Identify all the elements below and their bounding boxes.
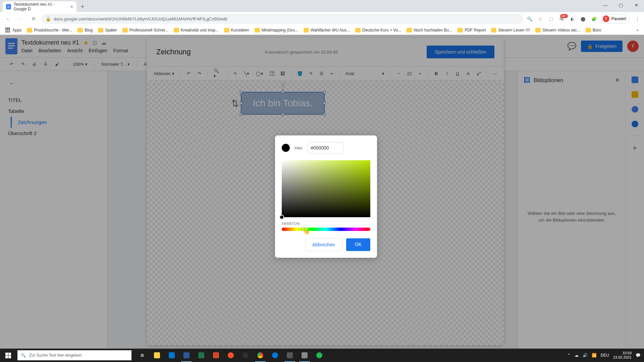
hue-thumb[interactable] <box>302 227 307 232</box>
docs-favicon: ≡ <box>6 4 11 9</box>
hex-input[interactable] <box>307 142 344 154</box>
maximize-button[interactable]: ▢ <box>613 0 629 10</box>
lock-icon: 🔒 <box>46 16 51 21</box>
bookmark-item[interactable]: Mindmapping (Gru... <box>253 26 300 34</box>
tray-clock[interactable]: 10:59 23.02.2021 <box>613 351 632 360</box>
app-icon[interactable] <box>164 349 179 362</box>
notifications-icon[interactable]: 💬 <box>636 353 641 358</box>
bookmark-item[interactable]: Kursideen <box>222 26 251 34</box>
bookmark-item[interactable]: Professionell Schrei... <box>120 26 170 34</box>
saturation-picker[interactable] <box>282 160 370 217</box>
bookmark-item[interactable]: Noch hochladen Bu... <box>405 26 454 34</box>
color-swatch <box>282 144 290 152</box>
bookmark-item[interactable]: Steuern Lesen !!!! <box>489 26 532 34</box>
cancel-button[interactable]: Abbrechen <box>305 238 342 251</box>
edge-icon[interactable] <box>268 349 282 362</box>
close-window-button[interactable]: ✕ <box>629 0 644 10</box>
forward-button[interactable]: → <box>16 14 25 23</box>
spotify-icon[interactable] <box>312 349 327 362</box>
bookmark-item[interactable]: Wahlfächer WU Aus... <box>302 26 352 34</box>
close-tab-icon[interactable]: × <box>70 4 73 9</box>
chrome-icon[interactable] <box>253 349 268 362</box>
app-icon[interactable] <box>282 349 297 362</box>
tab-title: Textdokument neu #1 - Google D <box>14 2 68 11</box>
bookmark-item[interactable]: Steuern Videos wic... <box>533 26 582 34</box>
wifi-icon[interactable]: 📶 <box>592 353 597 358</box>
keyboard-lang[interactable]: DEU <box>601 353 609 358</box>
obs-icon[interactable] <box>238 349 253 362</box>
bookmark-item[interactable]: Blog <box>75 26 95 34</box>
apps-button[interactable]: Apps <box>3 26 23 34</box>
bookmark-item[interactable]: Produktsuche - Mer... <box>25 26 74 34</box>
zoom-icon[interactable]: 🔍 <box>526 15 533 22</box>
windows-taskbar: 🔍 Zur Suche Text hier eingeben ⊞ ⌃ ☁ 🔊 📶… <box>0 349 644 362</box>
app-icon[interactable] <box>297 349 312 362</box>
bookmark-item[interactable]: Deutsche Kurs + Vo... <box>353 26 403 34</box>
hue-label: FARBTON <box>282 222 370 226</box>
brave-icon[interactable] <box>223 349 238 362</box>
url-text: docs.google.com/document/d/1hUH8k6h7Lb8y… <box>54 16 227 21</box>
menu-icon[interactable]: ⋮ <box>634 15 641 22</box>
excel-icon[interactable] <box>194 349 209 362</box>
extension-badge-icon[interactable]: 🛍99+ <box>558 15 565 22</box>
bookmark-item[interactable]: Büro <box>584 26 603 34</box>
bookmark-item[interactable]: PDF Report <box>455 26 488 34</box>
color-picker-dialog: Hex FARBTON 👆 Abbrechen OK <box>275 135 377 258</box>
volume-icon[interactable]: 🔊 <box>583 353 588 358</box>
tray-chevron-icon[interactable]: ⌃ <box>567 353 571 358</box>
address-bar[interactable]: 🔒 docs.google.com/document/d/1hUH8k6h7Lb… <box>42 14 523 24</box>
hue-slider[interactable]: 👆 <box>282 228 370 231</box>
explorer-icon[interactable] <box>150 349 164 362</box>
extension-icon-2[interactable]: ◐ <box>569 15 576 22</box>
back-button[interactable]: ← <box>3 14 13 23</box>
browser-tab[interactable]: ≡ Textdokument neu #1 - Google D × <box>3 1 76 12</box>
minimize-button[interactable]: — <box>598 0 613 10</box>
extension-icon-3[interactable]: ⬤ <box>580 15 587 22</box>
profile-button[interactable]: T Pausiert <box>601 14 630 23</box>
extensions-puzzle-icon[interactable]: 🧩 <box>591 15 597 22</box>
avatar-icon: T <box>603 15 609 22</box>
word-icon[interactable] <box>179 349 194 362</box>
hex-label: Hex <box>294 145 302 150</box>
taskbar-search[interactable]: 🔍 Zur Suche Text hier eingeben <box>17 350 131 360</box>
search-icon: 🔍 <box>21 353 26 358</box>
bookmarks-bar: Apps Produktsuche - Mer... Blog Später P… <box>0 25 644 35</box>
onedrive-icon[interactable]: ☁ <box>575 353 579 358</box>
bookmarks-overflow-icon[interactable]: » <box>634 27 641 34</box>
reload-button[interactable]: ⟳ <box>29 14 38 23</box>
extension-icon[interactable]: ⬚ <box>548 15 554 22</box>
ok-button[interactable]: OK <box>346 238 370 251</box>
bookmark-star-icon[interactable]: ☆ <box>537 15 544 22</box>
task-view-icon[interactable]: ⊞ <box>135 349 150 362</box>
start-button[interactable] <box>0 349 16 362</box>
saturation-thumb[interactable] <box>279 215 284 220</box>
bookmark-item[interactable]: Später <box>96 26 119 34</box>
new-tab-button[interactable]: + <box>78 2 87 11</box>
bookmark-item[interactable]: Kreativität und Insp... <box>172 26 221 34</box>
powerpoint-icon[interactable] <box>209 349 223 362</box>
